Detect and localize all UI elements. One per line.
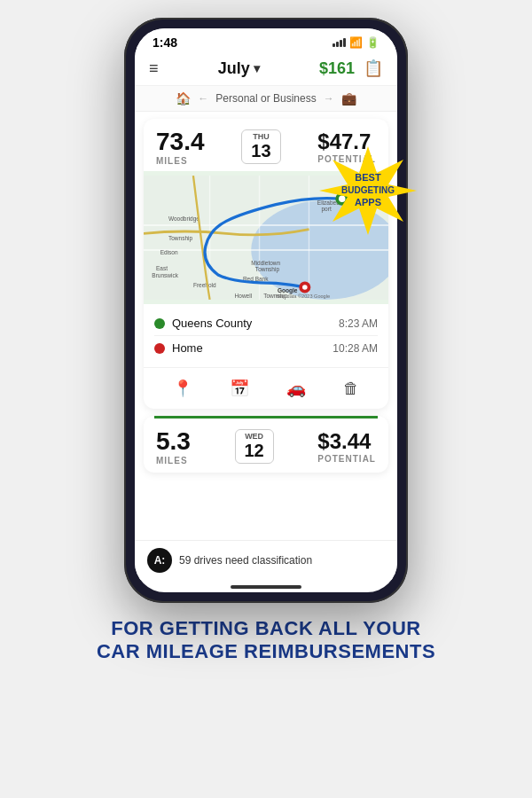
svg-text:Middletown: Middletown — [251, 260, 280, 266]
miles-label-2: MILES — [156, 456, 191, 466]
svg-text:Freehold: Freehold — [193, 282, 216, 288]
home-icon: 🏠 — [176, 91, 191, 106]
wifi-icon: 📶 — [349, 36, 363, 49]
svg-text:Howell: Howell — [235, 293, 253, 299]
status-icons: 📶 🔋 — [332, 36, 379, 49]
day-label-2: WED — [245, 432, 264, 441]
day-label: THU — [251, 132, 270, 141]
total-amount: $161 — [319, 59, 355, 78]
header-right: $161 📋 — [319, 59, 383, 78]
trip-stats-2: 5.3 MILES WED 12 $3.44 POTENTIAL — [144, 419, 388, 473]
home-indicator — [135, 580, 397, 592]
location-button[interactable]: 📍 — [166, 375, 200, 402]
arrow-left-icon: ← — [198, 92, 208, 105]
svg-point-23 — [302, 285, 308, 290]
miles-value-2: 5.3 — [156, 427, 191, 456]
calendar-button[interactable]: 📅 — [223, 375, 256, 402]
day-num: 13 — [251, 141, 270, 161]
svg-text:Google: Google — [278, 287, 298, 294]
battery-icon: 🔋 — [366, 36, 379, 49]
status-time: 1:48 — [153, 35, 177, 50]
briefcase-icon: 💼 — [341, 91, 356, 106]
delete-button[interactable]: 🗑 — [336, 375, 366, 402]
stop-2-input[interactable] — [172, 341, 325, 355]
star-burst-badge: BEST BUDGETING APPS — [319, 142, 417, 239]
stop-1-time: 8:23 AM — [339, 317, 378, 330]
status-bar: 1:48 📶 🔋 — [135, 28, 397, 53]
bottom-text-line-2: CAR MILEAGE REIMBURSEMENTS — [97, 640, 435, 663]
svg-text:BUDGETING: BUDGETING — [341, 185, 395, 195]
svg-text:Edison: Edison — [160, 249, 178, 255]
menu-icon[interactable]: ≡ — [149, 59, 159, 78]
svg-text:Township: Township — [168, 235, 193, 242]
arrow-right-icon: → — [324, 92, 334, 105]
car-button[interactable]: 🚗 — [279, 375, 313, 402]
stop-2-time: 10:28 AM — [332, 342, 378, 355]
end-dot — [154, 343, 165, 354]
trip-card-2: 5.3 MILES WED 12 $3.44 POTENTIAL — [144, 416, 388, 473]
stop-1-input[interactable] — [172, 317, 332, 330]
miles-stat: 73.4 MILES — [156, 128, 205, 166]
trip-actions: 📍 📅 🚗 🗑 — [144, 367, 388, 409]
miles-value: 73.4 — [156, 128, 205, 156]
svg-text:Township: Township — [255, 266, 280, 273]
phone-screen: 1:48 📶 🔋 ≡ July ▾ $161 📋 — [135, 28, 397, 592]
route-stops: 8:23 AM 10:28 AM — [144, 304, 388, 367]
home-bar — [231, 585, 301, 589]
date-box: THU 13 — [241, 129, 280, 164]
svg-text:East: East — [156, 265, 168, 271]
export-icon[interactable]: 📋 — [364, 59, 383, 78]
app-header: ≡ July ▾ $161 📋 — [135, 53, 397, 86]
potential-value-2: $3.44 — [317, 429, 376, 454]
day-num-2: 12 — [245, 441, 264, 461]
start-dot — [154, 318, 165, 329]
category-bar[interactable]: 🏠 ← Personal or Business → 💼 — [135, 86, 397, 112]
ai-icon: A: — [147, 548, 172, 573]
phone-shell: 1:48 📶 🔋 ≡ July ▾ $161 📋 — [124, 18, 408, 603]
svg-text:BEST: BEST — [355, 172, 381, 183]
bottom-notification-bar[interactable]: A: 59 drives need classification — [135, 540, 397, 580]
header-title[interactable]: July ▾ — [218, 59, 260, 78]
category-label: Personal or Business — [215, 92, 316, 105]
miles-stat-2: 5.3 MILES — [156, 427, 191, 466]
signal-icon — [332, 38, 346, 47]
svg-text:Map data ©2023 Google: Map data ©2023 Google — [276, 293, 330, 299]
bottom-text-block: FOR GETTING BACK ALL YOUR CAR MILEAGE RE… — [79, 617, 453, 664]
bottom-text-line-1: FOR GETTING BACK ALL YOUR — [97, 617, 435, 640]
miles-label: MILES — [156, 156, 205, 166]
notification-text: 59 drives need classification — [179, 554, 312, 567]
chevron-down-icon: ▾ — [254, 61, 260, 75]
stop-row-2: 10:28 AM — [154, 336, 378, 360]
stop-row-1: 8:23 AM — [154, 311, 378, 336]
svg-text:Brunswick: Brunswick — [152, 272, 178, 278]
month-label: July — [218, 59, 250, 78]
svg-text:APPS: APPS — [355, 197, 381, 207]
date-box-2: WED 12 — [235, 429, 274, 464]
potential-label-2: POTENTIAL — [317, 454, 376, 464]
svg-text:Woodbridge: Woodbridge — [168, 215, 200, 223]
potential-stat-2: $3.44 POTENTIAL — [317, 429, 376, 464]
